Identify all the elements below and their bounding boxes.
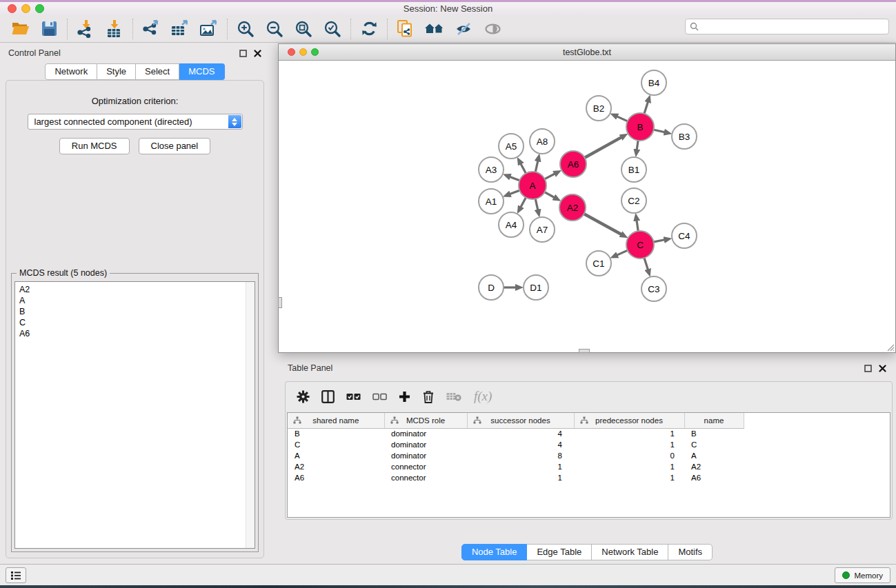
close-panel-icon[interactable] bbox=[879, 365, 886, 372]
mcds-result-item[interactable]: B bbox=[19, 306, 255, 317]
export-network-button[interactable] bbox=[137, 17, 166, 41]
import-network-button[interactable] bbox=[71, 17, 100, 41]
network-canvas[interactable]: AA1A2A3A4A5A6A7A8BB1B2B3B4CC1C2C3C4DD1 bbox=[279, 61, 895, 352]
birdseye-toggle-bottom[interactable] bbox=[579, 349, 590, 353]
table-row[interactable]: Bdominator41B bbox=[288, 428, 890, 439]
mcds-result-list[interactable]: A2ABCA6 bbox=[14, 281, 255, 549]
table-cell[interactable]: A bbox=[288, 450, 384, 461]
network-graph[interactable]: AA1A2A3A4A5A6A7A8BB1B2B3B4CC1C2C3C4DD1 bbox=[279, 61, 895, 352]
table-cell[interactable]: 1 bbox=[467, 472, 574, 483]
unselect-all-columns-button[interactable] bbox=[372, 392, 387, 401]
save-session-button[interactable] bbox=[34, 17, 63, 41]
table-cell[interactable]: 1 bbox=[574, 461, 684, 472]
zoom-fit-button[interactable] bbox=[289, 17, 318, 41]
float-panel-icon[interactable] bbox=[239, 50, 247, 57]
tab-node-table[interactable]: Node Table bbox=[461, 544, 528, 560]
tab-network-table[interactable]: Network Table bbox=[592, 544, 668, 560]
table-cell[interactable]: B bbox=[684, 428, 744, 439]
column-header-predecessor-nodes[interactable]: predecessor nodes bbox=[574, 413, 684, 428]
table-cell[interactable]: A6 bbox=[684, 472, 744, 483]
table-row[interactable]: A2connector11A2 bbox=[288, 461, 890, 472]
main-titlebar[interactable]: Session: New Session bbox=[0, 2, 896, 15]
table-cell[interactable]: 8 bbox=[467, 450, 574, 461]
open-session-button[interactable] bbox=[6, 17, 34, 41]
close-panel-button[interactable]: Close panel bbox=[139, 138, 211, 154]
zoom-selected-button[interactable] bbox=[318, 17, 347, 41]
table-row[interactable]: A6connector11A6 bbox=[288, 472, 890, 483]
graph-edge-C-C3[interactable] bbox=[644, 256, 648, 270]
tab-select[interactable]: Select bbox=[136, 63, 179, 80]
result-list-scrollbar[interactable] bbox=[246, 282, 255, 548]
table-cell[interactable]: 4 bbox=[467, 439, 574, 450]
delete-column-button[interactable] bbox=[422, 390, 435, 403]
table-cell[interactable]: C bbox=[288, 439, 384, 450]
table-cell[interactable]: C bbox=[684, 439, 744, 450]
table-cell[interactable]: dominator bbox=[384, 428, 467, 439]
network-window-titlebar[interactable]: testGlobe.txt bbox=[279, 44, 895, 61]
tab-edge-table[interactable]: Edge Table bbox=[527, 544, 592, 560]
task-history-button[interactable] bbox=[6, 567, 26, 583]
node-table[interactable]: shared nameMCDS rolesuccessor nodesprede… bbox=[287, 412, 890, 518]
close-panel-icon[interactable] bbox=[254, 50, 261, 57]
column-header-mcds-role[interactable]: MCDS role bbox=[384, 413, 467, 428]
search-field[interactable] bbox=[685, 19, 889, 34]
table-cell[interactable]: 1 bbox=[574, 439, 684, 450]
export-image-button[interactable] bbox=[195, 17, 223, 41]
tab-motifs[interactable]: Motifs bbox=[668, 544, 713, 560]
network-zoom-button[interactable] bbox=[311, 48, 319, 56]
show-graphics-details-button[interactable] bbox=[478, 17, 507, 41]
zoom-in-button[interactable] bbox=[231, 17, 260, 41]
zoom-out-button[interactable] bbox=[260, 17, 289, 41]
birdseye-toggle-left[interactable] bbox=[278, 297, 282, 308]
table-cell[interactable]: 4 bbox=[467, 428, 574, 439]
criterion-dropdown[interactable]: largest connected component (directed) bbox=[28, 114, 243, 130]
table-cell[interactable]: A2 bbox=[288, 461, 384, 472]
import-table-button[interactable] bbox=[100, 17, 129, 41]
resize-grip-icon[interactable] bbox=[886, 343, 895, 352]
table-cell[interactable]: connector bbox=[384, 461, 467, 472]
table-cell[interactable]: connector bbox=[384, 472, 467, 483]
float-panel-icon[interactable] bbox=[864, 365, 872, 372]
apply-layout-button[interactable] bbox=[355, 17, 384, 41]
search-input[interactable] bbox=[701, 22, 884, 32]
tab-mcds[interactable]: MCDS bbox=[179, 63, 224, 80]
network-minimize-button[interactable] bbox=[299, 48, 307, 56]
export-table-button[interactable] bbox=[166, 17, 195, 41]
mcds-result-item[interactable]: A bbox=[19, 295, 255, 306]
column-header-shared-name[interactable]: shared name bbox=[288, 413, 384, 428]
mcds-result-item[interactable]: A6 bbox=[19, 328, 255, 339]
graph-edge-A2-C[interactable] bbox=[583, 213, 621, 234]
table-cell[interactable]: A6 bbox=[288, 472, 384, 483]
table-cell[interactable]: A2 bbox=[684, 461, 744, 472]
graph-edge-B-B4[interactable] bbox=[644, 102, 648, 115]
run-mcds-button[interactable]: Run MCDS bbox=[59, 138, 130, 154]
graph-edge-A6-B[interactable] bbox=[584, 137, 621, 159]
zoom-window-button[interactable] bbox=[35, 4, 44, 13]
select-all-columns-button[interactable] bbox=[346, 392, 361, 401]
new-network-from-selection-button[interactable] bbox=[391, 17, 420, 41]
show-column-button[interactable] bbox=[321, 390, 335, 403]
hide-graphics-details-button[interactable] bbox=[449, 17, 478, 41]
mcds-result-item[interactable]: A2 bbox=[19, 284, 255, 295]
network-close-button[interactable] bbox=[288, 48, 295, 56]
column-header-successor-nodes[interactable]: successor nodes bbox=[467, 413, 574, 428]
table-settings-button[interactable] bbox=[297, 390, 310, 403]
table-cell[interactable]: B bbox=[288, 428, 384, 439]
tab-network[interactable]: Network bbox=[45, 63, 97, 80]
column-header-name[interactable]: name bbox=[684, 413, 744, 428]
memory-button[interactable]: Memory bbox=[835, 567, 890, 583]
table-cell[interactable]: A bbox=[684, 450, 744, 461]
table-row[interactable]: Adominator80A bbox=[288, 450, 890, 461]
minimize-window-button[interactable] bbox=[21, 4, 30, 13]
table-cell[interactable]: 1 bbox=[574, 472, 684, 483]
table-row[interactable]: Cdominator41C bbox=[288, 439, 890, 450]
table-cell[interactable]: dominator bbox=[384, 450, 467, 461]
close-window-button[interactable] bbox=[8, 4, 17, 13]
tab-style[interactable]: Style bbox=[97, 63, 136, 80]
home-networks-button[interactable] bbox=[420, 17, 449, 41]
create-column-button[interactable] bbox=[399, 391, 410, 403]
table-cell[interactable]: 0 bbox=[574, 450, 684, 461]
mcds-result-item[interactable]: C bbox=[19, 317, 255, 328]
table-cell[interactable]: 1 bbox=[574, 428, 684, 439]
table-cell[interactable]: 1 bbox=[467, 461, 574, 472]
